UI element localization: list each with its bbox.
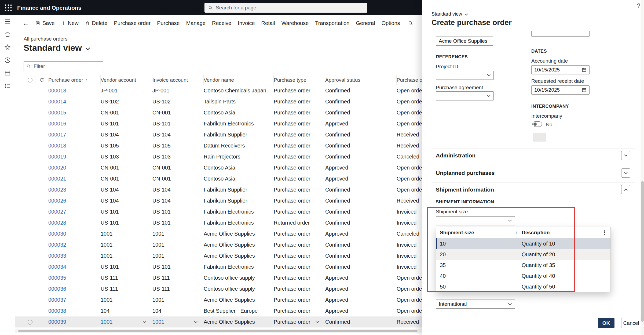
accounting-date-field[interactable]: 10/15/2025 bbox=[531, 65, 590, 74]
purchase-order-link[interactable]: 000014 bbox=[48, 99, 66, 105]
view-selector[interactable]: Standard view bbox=[24, 43, 90, 53]
modules-list-icon[interactable] bbox=[4, 82, 11, 89]
menu-item[interactable]: Options bbox=[382, 20, 400, 26]
workspaces-icon[interactable] bbox=[4, 70, 11, 77]
purchase-order-link[interactable]: 000037 bbox=[48, 297, 66, 303]
purchase-order-link[interactable]: 000032 bbox=[48, 242, 66, 248]
dropdown-column-shipment-size[interactable]: Shipment size ↑ bbox=[436, 230, 522, 236]
vertical-scrollbar-thumb[interactable] bbox=[641, 181, 644, 322]
column-header-vendor-account[interactable]: Vendor account bbox=[101, 75, 152, 85]
sort-ascending-icon: ↑ bbox=[515, 230, 517, 235]
dropdown-row[interactable]: 40 Quantity of 40 bbox=[436, 271, 610, 281]
horizontal-scrollbar bbox=[15, 329, 422, 333]
column-header-vendor-name[interactable]: Vendor name bbox=[204, 75, 274, 85]
menu-item[interactable]: Warehouse bbox=[281, 20, 309, 26]
search-icon bbox=[27, 64, 31, 69]
purchase-order-link[interactable]: 000039 bbox=[48, 319, 66, 325]
page-search[interactable] bbox=[204, 3, 367, 13]
shipment-size-combobox[interactable] bbox=[436, 216, 515, 225]
column-header-purchase-type[interactable]: Purchase type bbox=[274, 75, 325, 85]
section-unplanned-purchases[interactable]: Unplanned purchases bbox=[431, 166, 635, 180]
horizontal-scrollbar-thumb[interactable] bbox=[18, 330, 418, 332]
app-launcher-icon[interactable] bbox=[4, 4, 12, 12]
intercompany-toggle[interactable] bbox=[532, 121, 542, 127]
section-shipment-information[interactable]: Shipment information bbox=[431, 182, 635, 197]
menu-item[interactable]: General bbox=[356, 20, 375, 26]
row-radio[interactable] bbox=[25, 316, 35, 327]
purchase-order-link[interactable]: 000033 bbox=[48, 253, 66, 259]
purchase-order-link[interactable]: 000013 bbox=[48, 88, 66, 94]
purchase-order-link[interactable]: 000023 bbox=[48, 187, 66, 193]
purchase-order-link[interactable]: 000036 bbox=[48, 286, 66, 292]
menu-item[interactable]: Purchase bbox=[157, 20, 180, 26]
purchase-order-link[interactable]: 000034 bbox=[48, 264, 66, 270]
purchase-order-link[interactable]: 000019 bbox=[48, 154, 66, 160]
menu-item[interactable]: Invoice bbox=[238, 20, 255, 26]
favorites-star-icon[interactable] bbox=[4, 44, 11, 51]
calendar-icon[interactable] bbox=[582, 67, 587, 72]
select-all-radio[interactable] bbox=[25, 75, 35, 85]
help-button[interactable]: ? bbox=[637, 2, 640, 9]
chevron-down-icon bbox=[487, 74, 491, 77]
attachment-button[interactable] bbox=[533, 133, 546, 142]
home-icon[interactable] bbox=[4, 31, 11, 38]
menu-item[interactable]: Transportation bbox=[315, 20, 349, 26]
column-header-purchase-order[interactable]: Purchase order ↑ bbox=[48, 75, 101, 85]
chevron-down-icon[interactable] bbox=[315, 321, 319, 323]
requested-receipt-date-field[interactable]: 10/15/2025 bbox=[531, 85, 590, 95]
purchase-order-link[interactable]: 000027 bbox=[48, 209, 66, 215]
grid-filter[interactable] bbox=[24, 61, 103, 71]
recent-clock-icon[interactable] bbox=[4, 57, 11, 64]
section-administration[interactable]: Administration bbox=[431, 148, 635, 163]
purchase-order-link[interactable]: 000028 bbox=[48, 220, 66, 226]
mode-of-delivery-combobox[interactable]: International bbox=[436, 300, 515, 309]
truncated-field[interactable] bbox=[531, 31, 590, 37]
dropdown-row[interactable]: 35 Quantity of 35 bbox=[436, 260, 610, 271]
hamburger-menu-icon[interactable] bbox=[4, 18, 11, 25]
chevron-down-icon[interactable] bbox=[142, 321, 147, 323]
cancel-button[interactable]: Cancel bbox=[621, 318, 641, 328]
column-header-approval-status[interactable]: Approval status bbox=[325, 75, 397, 85]
menu-item[interactable]: Purchase order bbox=[114, 20, 151, 26]
project-id-combobox[interactable] bbox=[436, 71, 494, 80]
requested-receipt-date-label: Requested receipt date bbox=[531, 78, 584, 84]
menu-item[interactable]: Manage bbox=[186, 20, 206, 26]
page-search-input[interactable] bbox=[215, 5, 364, 11]
back-button[interactable]: ← bbox=[23, 20, 29, 26]
purchase-order-link[interactable]: 000026 bbox=[48, 198, 66, 204]
expand-section-button[interactable] bbox=[621, 151, 630, 160]
more-options-icon[interactable]: ⋮ bbox=[602, 229, 610, 236]
save-button[interactable]: Save bbox=[35, 20, 55, 26]
dropdown-row[interactable]: 50 Quantity of 50 bbox=[436, 281, 610, 292]
purchase-order-link[interactable]: 000018 bbox=[48, 143, 66, 149]
purchase-order-link[interactable]: 000016 bbox=[48, 121, 66, 127]
ok-button[interactable]: OK bbox=[598, 318, 614, 328]
breadcrumb[interactable]: All purchase orders bbox=[24, 36, 68, 42]
purchase-order-link[interactable]: 000021 bbox=[48, 176, 66, 182]
menu-item[interactable]: Retail bbox=[261, 20, 275, 26]
purchase-order-link[interactable]: 000020 bbox=[48, 165, 66, 171]
vendor-name-field[interactable] bbox=[436, 37, 493, 46]
dropdown-row[interactable]: 10 Quantity of 10 bbox=[436, 238, 610, 249]
search-icon[interactable] bbox=[408, 21, 413, 26]
chevron-down-icon[interactable] bbox=[194, 321, 198, 323]
purchase-order-link[interactable]: 000035 bbox=[48, 275, 66, 281]
dropdown-column-description[interactable]: Description bbox=[522, 230, 602, 236]
column-header-invoice-account[interactable]: Invoice account bbox=[152, 75, 204, 85]
menu-item[interactable]: Receive bbox=[212, 20, 231, 26]
purchase-agreement-combobox[interactable] bbox=[436, 91, 494, 100]
delete-button[interactable]: Delete bbox=[85, 20, 108, 26]
search-icon bbox=[208, 5, 213, 10]
expand-section-button[interactable] bbox=[621, 168, 630, 178]
purchase-order-link[interactable]: 000017 bbox=[48, 132, 66, 138]
new-button[interactable]: New bbox=[61, 20, 79, 26]
collapse-section-button[interactable] bbox=[621, 185, 630, 194]
refresh-icon[interactable] bbox=[39, 77, 44, 82]
purchase-order-link[interactable]: 000015 bbox=[48, 110, 66, 116]
calendar-icon[interactable] bbox=[582, 88, 587, 92]
purchase-order-link[interactable]: 000030 bbox=[48, 231, 66, 237]
panel-view-selector[interactable]: Standard view bbox=[431, 11, 468, 17]
filter-input[interactable] bbox=[33, 63, 100, 70]
dropdown-row[interactable]: 20 Quantity of 20 bbox=[436, 249, 610, 260]
purchase-order-link[interactable]: 000038 bbox=[48, 308, 66, 314]
